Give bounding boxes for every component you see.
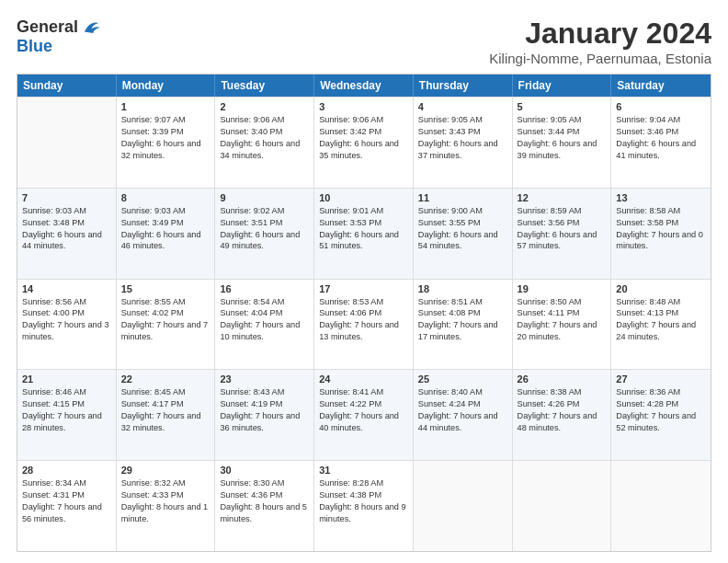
cell-day-number: 18: [418, 283, 507, 294]
calendar-body: 1Sunrise: 9:07 AM Sunset: 3:39 PM Daylig…: [17, 97, 711, 551]
cell-sun-info: Sunrise: 8:36 AM Sunset: 4:28 PM Dayligh…: [616, 386, 706, 434]
cell-day-number: 14: [22, 283, 111, 294]
calendar-cell-1-7: 6Sunrise: 9:04 AM Sunset: 3:46 PM Daylig…: [611, 98, 711, 188]
calendar-cell-3-4: 17Sunrise: 8:53 AM Sunset: 4:06 PM Dayli…: [314, 280, 414, 370]
calendar-cell-3-1: 14Sunrise: 8:56 AM Sunset: 4:00 PM Dayli…: [17, 280, 117, 370]
cell-day-number: 27: [616, 373, 706, 385]
cell-sun-info: Sunrise: 8:50 AM Sunset: 4:11 PM Dayligh…: [518, 296, 607, 344]
header-day-monday: Monday: [117, 75, 216, 97]
cell-day-number: 8: [121, 192, 210, 203]
month-title: January 2024: [489, 17, 711, 51]
cell-day-number: 2: [220, 101, 309, 112]
calendar-cell-4-6: 26Sunrise: 8:38 AM Sunset: 4:26 PM Dayli…: [513, 370, 612, 460]
cell-day-number: 16: [220, 283, 309, 294]
cell-sun-info: Sunrise: 8:58 AM Sunset: 3:58 PM Dayligh…: [616, 205, 706, 253]
cell-sun-info: Sunrise: 8:48 AM Sunset: 4:13 PM Dayligh…: [616, 296, 706, 344]
calendar-cell-4-3: 23Sunrise: 8:43 AM Sunset: 4:19 PM Dayli…: [215, 370, 314, 460]
calendar-page: General Blue January 2024 Kilingi-Nomme,…: [0, 0, 728, 563]
calendar-cell-5-5: [414, 461, 513, 551]
cell-sun-info: Sunrise: 8:53 AM Sunset: 4:06 PM Dayligh…: [319, 296, 408, 344]
calendar-week-2: 7Sunrise: 9:03 AM Sunset: 3:48 PM Daylig…: [17, 188, 711, 279]
cell-day-number: 3: [319, 101, 408, 112]
calendar-cell-2-6: 12Sunrise: 8:59 AM Sunset: 3:56 PM Dayli…: [513, 189, 612, 279]
logo-bird-icon: [80, 17, 100, 37]
cell-sun-info: Sunrise: 8:56 AM Sunset: 4:00 PM Dayligh…: [22, 296, 111, 344]
cell-sun-info: Sunrise: 8:46 AM Sunset: 4:15 PM Dayligh…: [22, 386, 111, 434]
cell-sun-info: Sunrise: 9:03 AM Sunset: 3:48 PM Dayligh…: [22, 205, 111, 253]
cell-day-number: 30: [220, 465, 309, 476]
cell-sun-info: Sunrise: 8:45 AM Sunset: 4:17 PM Dayligh…: [121, 386, 210, 434]
calendar-week-4: 21Sunrise: 8:46 AM Sunset: 4:15 PM Dayli…: [17, 369, 711, 460]
cell-day-number: 29: [121, 465, 210, 476]
calendar-cell-2-5: 11Sunrise: 9:00 AM Sunset: 3:55 PM Dayli…: [414, 189, 513, 279]
calendar-cell-5-6: [513, 461, 612, 551]
cell-sun-info: Sunrise: 8:32 AM Sunset: 4:33 PM Dayligh…: [121, 477, 210, 525]
cell-day-number: 20: [616, 283, 706, 294]
calendar-cell-5-1: 28Sunrise: 8:34 AM Sunset: 4:31 PM Dayli…: [17, 461, 117, 551]
cell-sun-info: Sunrise: 9:00 AM Sunset: 3:55 PM Dayligh…: [418, 205, 507, 253]
header-day-saturday: Saturday: [611, 75, 711, 97]
calendar-cell-3-7: 20Sunrise: 8:48 AM Sunset: 4:13 PM Dayli…: [611, 280, 711, 370]
cell-sun-info: Sunrise: 9:03 AM Sunset: 3:49 PM Dayligh…: [121, 205, 210, 253]
calendar-cell-4-2: 22Sunrise: 8:45 AM Sunset: 4:17 PM Dayli…: [117, 370, 216, 460]
page-header: General Blue January 2024 Kilingi-Nomme,…: [17, 17, 711, 66]
location-subtitle: Kilingi-Nomme, Paernumaa, Estonia: [489, 51, 711, 66]
cell-sun-info: Sunrise: 9:04 AM Sunset: 3:46 PM Dayligh…: [616, 114, 706, 162]
cell-day-number: 11: [418, 192, 507, 203]
cell-sun-info: Sunrise: 9:06 AM Sunset: 3:40 PM Dayligh…: [220, 114, 309, 162]
calendar-cell-3-3: 16Sunrise: 8:54 AM Sunset: 4:04 PM Dayli…: [215, 280, 314, 370]
calendar-cell-4-5: 25Sunrise: 8:40 AM Sunset: 4:24 PM Dayli…: [414, 370, 513, 460]
calendar-cell-3-5: 18Sunrise: 8:51 AM Sunset: 4:08 PM Dayli…: [414, 280, 513, 370]
cell-day-number: 19: [518, 283, 607, 294]
calendar-cell-4-1: 21Sunrise: 8:46 AM Sunset: 4:15 PM Dayli…: [17, 370, 117, 460]
cell-sun-info: Sunrise: 9:01 AM Sunset: 3:53 PM Dayligh…: [319, 205, 408, 253]
cell-sun-info: Sunrise: 9:05 AM Sunset: 3:44 PM Dayligh…: [518, 114, 607, 162]
cell-day-number: 1: [121, 101, 210, 112]
calendar-cell-5-2: 29Sunrise: 8:32 AM Sunset: 4:33 PM Dayli…: [117, 461, 216, 551]
calendar-cell-4-4: 24Sunrise: 8:41 AM Sunset: 4:22 PM Dayli…: [314, 370, 414, 460]
calendar-cell-2-2: 8Sunrise: 9:03 AM Sunset: 3:49 PM Daylig…: [117, 189, 216, 279]
cell-sun-info: Sunrise: 8:38 AM Sunset: 4:26 PM Dayligh…: [518, 386, 607, 434]
cell-day-number: 10: [319, 192, 408, 203]
calendar-cell-2-1: 7Sunrise: 9:03 AM Sunset: 3:48 PM Daylig…: [17, 189, 117, 279]
cell-day-number: 26: [518, 373, 607, 385]
calendar-grid: SundayMondayTuesdayWednesdayThursdayFrid…: [17, 74, 711, 552]
logo: General Blue: [17, 17, 100, 56]
cell-day-number: 7: [22, 192, 111, 203]
cell-day-number: 17: [319, 283, 408, 294]
cell-sun-info: Sunrise: 9:02 AM Sunset: 3:51 PM Dayligh…: [220, 205, 309, 253]
cell-day-number: 28: [22, 465, 111, 476]
cell-sun-info: Sunrise: 8:34 AM Sunset: 4:31 PM Dayligh…: [22, 477, 111, 525]
logo-general-text: General: [17, 17, 78, 37]
cell-day-number: 15: [121, 283, 210, 294]
calendar-week-1: 1Sunrise: 9:07 AM Sunset: 3:39 PM Daylig…: [17, 97, 711, 188]
cell-day-number: 5: [518, 101, 607, 112]
calendar-cell-3-6: 19Sunrise: 8:50 AM Sunset: 4:11 PM Dayli…: [513, 280, 612, 370]
cell-sun-info: Sunrise: 8:30 AM Sunset: 4:36 PM Dayligh…: [220, 477, 309, 525]
cell-day-number: 24: [319, 373, 408, 385]
cell-day-number: 22: [121, 373, 210, 385]
logo-blue-text: Blue: [17, 37, 52, 56]
header-day-tuesday: Tuesday: [215, 75, 314, 97]
calendar-cell-1-6: 5Sunrise: 9:05 AM Sunset: 3:44 PM Daylig…: [513, 98, 612, 188]
calendar-cell-2-7: 13Sunrise: 8:58 AM Sunset: 3:58 PM Dayli…: [611, 189, 711, 279]
calendar-cell-1-4: 3Sunrise: 9:06 AM Sunset: 3:42 PM Daylig…: [314, 98, 414, 188]
cell-sun-info: Sunrise: 9:07 AM Sunset: 3:39 PM Dayligh…: [121, 114, 210, 162]
calendar-week-5: 28Sunrise: 8:34 AM Sunset: 4:31 PM Dayli…: [17, 460, 711, 551]
cell-sun-info: Sunrise: 8:51 AM Sunset: 4:08 PM Dayligh…: [418, 296, 507, 344]
cell-day-number: 25: [418, 373, 507, 385]
calendar-cell-5-4: 31Sunrise: 8:28 AM Sunset: 4:38 PM Dayli…: [314, 461, 414, 551]
calendar-cell-3-2: 15Sunrise: 8:55 AM Sunset: 4:02 PM Dayli…: [117, 280, 216, 370]
title-area: January 2024 Kilingi-Nomme, Paernumaa, E…: [489, 17, 711, 66]
cell-sun-info: Sunrise: 8:28 AM Sunset: 4:38 PM Dayligh…: [319, 477, 408, 525]
calendar-cell-1-1: [17, 98, 117, 188]
calendar-cell-1-3: 2Sunrise: 9:06 AM Sunset: 3:40 PM Daylig…: [215, 98, 314, 188]
cell-sun-info: Sunrise: 9:05 AM Sunset: 3:43 PM Dayligh…: [418, 114, 507, 162]
cell-sun-info: Sunrise: 8:41 AM Sunset: 4:22 PM Dayligh…: [319, 386, 408, 434]
cell-day-number: 31: [319, 465, 408, 476]
calendar-cell-2-3: 9Sunrise: 9:02 AM Sunset: 3:51 PM Daylig…: [215, 189, 314, 279]
header-day-friday: Friday: [513, 75, 612, 97]
header-day-thursday: Thursday: [414, 75, 513, 97]
cell-day-number: 12: [518, 192, 607, 203]
cell-sun-info: Sunrise: 9:06 AM Sunset: 3:42 PM Dayligh…: [319, 114, 408, 162]
